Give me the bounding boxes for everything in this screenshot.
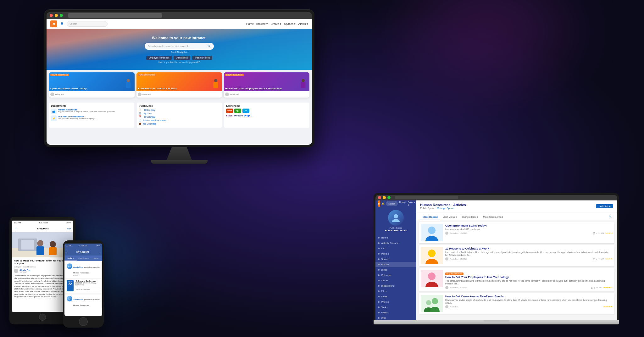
svg-rect-19 — [21, 240, 34, 250]
sidebar-item-cases[interactable]: Cases — [375, 278, 416, 283]
phone-activity-content-2: Alexis Fox posted an event in Human Reso… — [73, 296, 100, 307]
view-count-2: 👁 127 — [598, 258, 604, 260]
card-badge-2: HUMAN RESOURCES — [138, 74, 156, 76]
phone-tab-connections[interactable]: Connections — [77, 256, 90, 261]
dept-item-1[interactable]: 👥 Human Resources A space dedicated to a… — [51, 109, 132, 114]
nav-browse[interactable]: Browse ▾ — [256, 22, 268, 25]
app-slack[interactable]: slack — [226, 114, 232, 117]
laptop-screen-content: cf 🔔 Search Home Browse ▾ Create ▾ Space… — [375, 200, 617, 320]
meta-avatar-2 — [445, 257, 448, 261]
hr-page-subtitle: Public Space · Manage Space — [420, 207, 466, 210]
sidebar-item-photos[interactable]: Photos — [375, 299, 416, 305]
article-item-4[interactable]: How to Get Coworkers to Read Your Emails… — [419, 293, 614, 314]
article-card-1[interactable]: HUMAN RESOURCES Open Enrollment Starts T… — [49, 72, 135, 98]
qn-btn-discussions[interactable]: Discussions — [174, 56, 190, 60]
dept-icon-ic: ⚡ — [51, 115, 57, 121]
nav-create[interactable]: Create ▾ — [270, 22, 281, 25]
app-workday[interactable]: workday — [234, 115, 242, 117]
phone-tab-today[interactable]: Today — [90, 256, 102, 261]
hero-search[interactable]: Search people, spaces, and content... 🔍 — [145, 43, 214, 50]
phone-tab-activity[interactable]: Activity — [64, 256, 77, 261]
link-jobs[interactable]: 💼Job Openings — [139, 122, 220, 125]
search-icon[interactable]: 🔍 — [608, 214, 613, 220]
traffic-light-fullscreen[interactable] — [60, 14, 63, 17]
phone-event-1[interactable]: Mar 22 HR Comms Conference 3/25/2018 - 3… — [65, 279, 101, 293]
card-footer-1: Alexis Fox — [49, 91, 135, 98]
laptop-nav-browse[interactable]: Browse ▾ — [408, 201, 416, 206]
laptop-tl-close[interactable] — [378, 196, 381, 199]
view-count-1: 👁 103 — [598, 232, 604, 234]
article-card-3[interactable]: HUMAN RESOURCES How to Get Your Employee… — [224, 72, 309, 98]
tablet-edit-button[interactable]: Edit — [67, 227, 71, 230]
sidebar-item-tasks[interactable]: Tasks — [375, 305, 416, 310]
link-org-chart[interactable]: 🏢Org Chart — [139, 112, 220, 115]
article-card-2[interactable]: HUMAN RESOURCES 12 Reasons to Celebrate … — [136, 72, 222, 98]
article-item-3[interactable]: REQUIRES READING How to Get Your Employe… — [419, 268, 614, 291]
sidebar-item-search[interactable]: Search — [375, 256, 416, 262]
intranet-hero: Welcome to your new intranet. Search peo… — [47, 29, 312, 70]
nav-search[interactable]: Search — [67, 21, 108, 27]
sidebar-item-home[interactable]: Home — [375, 235, 416, 240]
tab-highest-rated[interactable]: Highest Rated — [459, 214, 480, 220]
tablet-back-button[interactable]: ‹ — [14, 226, 18, 231]
star-rating-3: ★★★★½ — [603, 286, 613, 289]
laptop-nav-search[interactable]: Search — [386, 201, 398, 206]
sidebar-item-calendar[interactable]: Calendar — [375, 272, 416, 278]
app-dropbox[interactable]: Drop... — [244, 114, 252, 117]
comment-count-2: 💬 2 — [593, 258, 597, 260]
laptop-url-bar[interactable] — [395, 196, 458, 199]
phone-activity-2[interactable]: AF Alexis Fox posted an event in Human R… — [65, 295, 101, 308]
article-item-2[interactable]: 12 Reasons to Celebrate at Work I was ex… — [419, 245, 614, 266]
view-count-3: 👁 519 — [596, 287, 602, 289]
traffic-light-close[interactable] — [50, 14, 53, 17]
tab-most-viewed[interactable]: Most Viewed — [440, 214, 460, 220]
link-hr-dir[interactable]: 📋HR Directory — [139, 109, 220, 111]
link-policies[interactable]: 📄Policies and Procedures — [139, 119, 220, 121]
phone-activity-avatar-1: AF — [67, 263, 72, 269]
nav-user[interactable]: Alexis ▾ — [298, 22, 308, 25]
dept-item-2[interactable]: ⚡ Internal Communications The space for … — [51, 115, 132, 121]
card-person-2 — [211, 76, 220, 91]
sidebar-item-people[interactable]: People — [375, 251, 416, 256]
sidebar-item-blogs[interactable]: Blogs — [375, 267, 416, 272]
qn-btn-handbook[interactable]: Employee Handbook — [146, 56, 172, 60]
meta-avatar-1 — [445, 232, 448, 235]
hr-manage-link[interactable]: Manage Space — [437, 207, 454, 210]
laptop-tl-full[interactable] — [387, 196, 391, 199]
nav-spaces[interactable]: Spaces ▾ — [284, 22, 296, 25]
article-item-1[interactable]: Open Enrollment Starts Today! Important … — [419, 222, 614, 243]
card-img-2: HUMAN RESOURCES 12 Reasons to Celebrate … — [136, 72, 222, 91]
svg-point-20 — [37, 240, 43, 246]
phone-activity-1[interactable]: AF Alexis Fox posted an event in Human R… — [65, 262, 101, 278]
svg-point-22 — [50, 241, 56, 247]
laptop-nav-home[interactable]: Home — [399, 201, 406, 206]
tab-most-commented[interactable]: Most Commented — [480, 214, 505, 220]
tablet-home-button[interactable] — [39, 314, 46, 321]
laptop-tl-min[interactable] — [383, 196, 386, 199]
nav-home[interactable]: Home — [246, 22, 254, 25]
qn-btn-training[interactable]: Training Videos — [192, 56, 212, 60]
add-article-button[interactable]: + Add Article — [596, 204, 613, 208]
meta-date-3: 5/3/2018 — [460, 287, 467, 289]
intranet-navbar: cf 👤 Search Home Browse ▾ Create ▾ Space… — [47, 19, 312, 29]
phone-menu-icon[interactable]: ⋯ — [98, 250, 100, 253]
app-quickbooks[interactable]: QB — [234, 109, 241, 113]
tab-most-recent[interactable]: Most Recent — [420, 214, 440, 220]
app-salesforce[interactable]: SF — [242, 109, 249, 113]
phone-back-icon[interactable]: ‹ — [66, 250, 67, 254]
link-hr-cal[interactable]: 📅HR Calendar — [139, 115, 220, 118]
sidebar-item-activity[interactable]: Activity Stream — [375, 240, 416, 246]
sidebar-item-info[interactable]: Info — [375, 246, 416, 251]
url-bar[interactable] — [68, 13, 162, 18]
comment-input[interactable] — [75, 288, 100, 291]
traffic-light-minimize[interactable] — [55, 14, 58, 17]
sidebar-item-files[interactable]: Files — [375, 289, 416, 294]
intranet-sections: Departments 👥 Human Resources A space de… — [47, 100, 312, 130]
sidebar-item-discussions[interactable]: Discussions — [375, 283, 416, 289]
sidebar-item-wiki[interactable]: Wiki — [375, 315, 416, 320]
sidebar-item-articles[interactable]: Articles — [375, 262, 416, 267]
phone-home-button[interactable] — [79, 317, 88, 326]
sidebar-item-videos[interactable]: Videos — [375, 310, 416, 315]
app-office365[interactable]: O365 — [226, 109, 233, 113]
sidebar-item-ideas[interactable]: Ideas — [375, 294, 416, 299]
